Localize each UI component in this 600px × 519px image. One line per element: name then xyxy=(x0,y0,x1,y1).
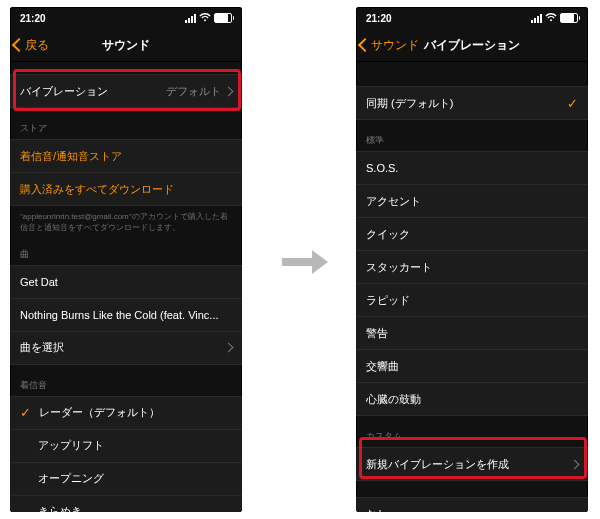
status-indicators xyxy=(185,13,232,24)
row-vibe[interactable]: スタッカート xyxy=(356,251,588,284)
row-label: アップリフト xyxy=(20,438,232,453)
chevron-right-icon xyxy=(224,343,234,353)
row-vibe[interactable]: 心臓の鼓動 xyxy=(356,383,588,416)
row-create-vibration[interactable]: 新規バイブレーションを作成 xyxy=(356,447,588,481)
row-sync-default[interactable]: 同期 (デフォルト) ✓ xyxy=(356,86,588,120)
row-vibration[interactable]: バイブレーション デフォルト xyxy=(10,74,242,108)
row-download-all[interactable]: 購入済みをすべてダウンロード xyxy=(10,173,242,206)
section-header-songs: 曲 xyxy=(10,244,242,265)
row-none[interactable]: なし xyxy=(356,497,588,512)
row-label: バイブレーション xyxy=(20,84,166,99)
screen-vibration: 21:20 サウンド バイブレーション 同期 (デフォルト) ✓ 標準 S.O.… xyxy=(356,7,588,512)
battery-icon xyxy=(560,13,578,23)
check-icon: ✓ xyxy=(567,96,578,111)
section-header-custom: カスタム xyxy=(356,416,588,447)
row-label: レーダー（デフォルト） xyxy=(39,405,232,420)
row-label: 曲を選択 xyxy=(20,340,225,355)
status-bar: 21:20 xyxy=(356,7,588,29)
check-icon: ✓ xyxy=(20,405,31,420)
status-indicators xyxy=(531,13,578,24)
row-label: 購入済みをすべてダウンロード xyxy=(20,182,232,197)
row-ringtone[interactable]: きらめき xyxy=(10,496,242,512)
nav-bar: サウンド バイブレーション xyxy=(356,29,588,62)
row-vibe[interactable]: ラピッド xyxy=(356,284,588,317)
wifi-icon xyxy=(199,13,211,24)
wifi-icon xyxy=(545,13,557,24)
row-tone-store[interactable]: 着信音/通知音ストア xyxy=(10,139,242,173)
row-vibe[interactable]: S.O.S. xyxy=(356,151,588,185)
nav-bar: 戻る サウンド xyxy=(10,29,242,62)
status-bar: 21:20 xyxy=(10,7,242,29)
chevron-right-icon xyxy=(570,459,580,469)
nav-title: サウンド xyxy=(10,37,242,54)
store-footer-note: "appleonrinrin.test@gmail.com"のアカウントで購入し… xyxy=(10,206,242,244)
row-vibe[interactable]: 警告 xyxy=(356,317,588,350)
row-vibe[interactable]: 交響曲 xyxy=(356,350,588,383)
row-ringtone[interactable]: ✓ レーダー（デフォルト） xyxy=(10,396,242,430)
row-vibe[interactable]: クイック xyxy=(356,218,588,251)
row-song[interactable]: Nothing Burns Like the Cold (feat. Vinc.… xyxy=(10,299,242,332)
status-time: 21:20 xyxy=(20,13,46,24)
row-label: 警告 xyxy=(366,326,578,341)
row-label: 新規バイブレーションを作成 xyxy=(366,457,571,472)
row-label: ラピッド xyxy=(366,293,578,308)
section-header-standard: 標準 xyxy=(356,120,588,151)
row-value: デフォルト xyxy=(166,84,221,99)
row-label: なし xyxy=(366,507,578,513)
row-vibe[interactable]: アクセント xyxy=(356,185,588,218)
section-header-store: ストア xyxy=(10,108,242,139)
section-header-ringtones: 着信音 xyxy=(10,365,242,396)
status-time: 21:20 xyxy=(366,13,392,24)
row-label: クイック xyxy=(366,227,578,242)
arrow-icon xyxy=(282,250,328,274)
row-label: スタッカート xyxy=(366,260,578,275)
battery-icon xyxy=(214,13,232,23)
row-label: Get Dat xyxy=(20,276,232,288)
row-label: 心臓の鼓動 xyxy=(366,392,578,407)
row-label: アクセント xyxy=(366,194,578,209)
nav-title: バイブレーション xyxy=(356,37,588,54)
row-label: 交響曲 xyxy=(366,359,578,374)
row-label: Nothing Burns Like the Cold (feat. Vinc.… xyxy=(20,309,232,321)
screen-sounds: 21:20 戻る サウンド バイブレーション デフォルト ストア 着信音/通知音… xyxy=(10,7,242,512)
row-label: オープニング xyxy=(20,471,232,486)
row-label: S.O.S. xyxy=(366,162,578,174)
chevron-right-icon xyxy=(224,86,234,96)
row-ringtone[interactable]: オープニング xyxy=(10,463,242,496)
row-ringtone[interactable]: アップリフト xyxy=(10,430,242,463)
row-song[interactable]: Get Dat xyxy=(10,265,242,299)
cellular-icon xyxy=(531,14,542,23)
row-label: きらめき xyxy=(20,504,232,512)
row-label: 着信音/通知音ストア xyxy=(20,149,232,164)
row-pick-song[interactable]: 曲を選択 xyxy=(10,332,242,365)
cellular-icon xyxy=(185,14,196,23)
row-label: 同期 (デフォルト) xyxy=(366,96,561,111)
